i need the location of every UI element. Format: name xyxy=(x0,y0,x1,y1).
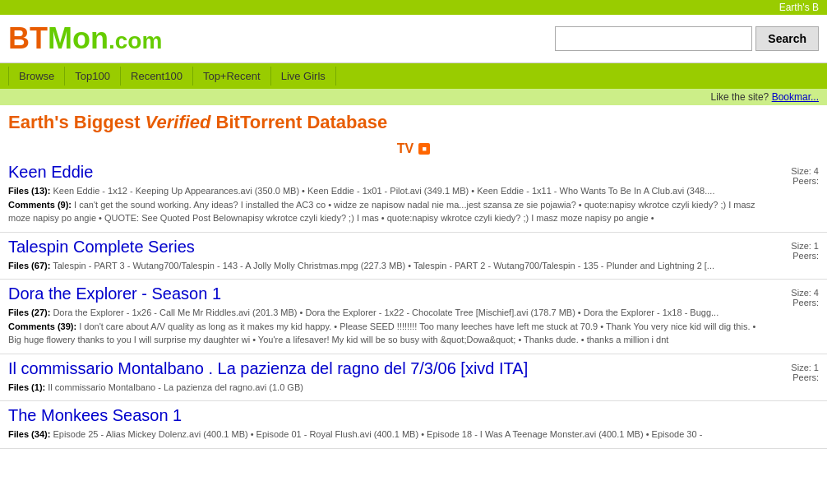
peers-label: Peers: xyxy=(791,298,819,307)
hero-part1: Earth's Biggest xyxy=(8,112,146,132)
hero-part2: BitTorrent Database xyxy=(211,112,388,132)
torrent-meta: Files (67): Talespin - PART 3 - Wutang70… xyxy=(8,259,819,273)
torrent-side: Size: 4 Peers: xyxy=(791,288,819,307)
table-row: Keen Eddie Size: 4 Peers: Files (13): Ke… xyxy=(0,158,827,233)
nav-livegirls[interactable]: Live Girls xyxy=(271,67,336,86)
torrent-meta: Files (27): Dora the Explorer - 1x26 - C… xyxy=(8,306,819,347)
bookmark-link[interactable]: Bookmar... xyxy=(772,91,819,103)
torrent-meta: Files (13): Keen Eddie - 1x12 - Keeping … xyxy=(8,184,819,225)
torrent-title[interactable]: Talespin Complete Series xyxy=(8,238,819,257)
search-input[interactable] xyxy=(555,26,752,51)
size-label: Size: 4 xyxy=(791,166,819,176)
nav-top100[interactable]: Top100 xyxy=(65,67,121,86)
comments-label: Comments (9): xyxy=(8,200,72,210)
size-label: Size: 4 xyxy=(791,288,819,298)
files-text: Il commissario Montalbano - La pazienza … xyxy=(48,382,303,392)
table-row: Talespin Complete Series Size: 1 Peers: … xyxy=(0,233,827,280)
comments-text: I don't care about A/V quality as long a… xyxy=(8,321,755,345)
peers-label: Peers: xyxy=(791,372,819,382)
table-row: Dora the Explorer - Season 1 Size: 4 Pee… xyxy=(0,280,827,354)
torrent-side: Size: 4 Peers: xyxy=(791,166,819,186)
search-button[interactable]: Search xyxy=(755,26,819,51)
files-text: Talespin - PART 3 - Wutang700/Talespin -… xyxy=(53,261,714,270)
files-label: Files (13): xyxy=(8,186,50,196)
torrent-title[interactable]: Keen Eddie xyxy=(8,163,819,182)
torrent-title[interactable]: The Monkees Season 1 xyxy=(8,406,819,425)
logo: BTMon.com xyxy=(8,21,162,56)
top-banner: Earth's B xyxy=(0,0,827,15)
section-tv-label: TV xyxy=(397,141,414,156)
torrent-meta: Files (1): Il commissario Montalbano - L… xyxy=(8,381,819,395)
logo-com: .com xyxy=(109,28,162,53)
comments-label: Comments (39): xyxy=(8,321,76,331)
files-label: Files (34): xyxy=(8,429,50,439)
hero: Earth's Biggest Verified BitTorrent Data… xyxy=(0,105,827,136)
files-label: Files (67): xyxy=(8,261,50,270)
peers-label: Peers: xyxy=(791,176,819,186)
torrent-title[interactable]: Dora the Explorer - Season 1 xyxy=(8,284,819,303)
files-text: Dora the Explorer - 1x26 - Call Me Mr Ri… xyxy=(53,307,718,317)
like-text: Like the site? xyxy=(711,91,769,103)
hero-verified: Verified xyxy=(146,112,211,132)
comments-text: I can't get the sound working. Any ideas… xyxy=(8,200,755,224)
torrent-list: Keen Eddie Size: 4 Peers: Files (13): Ke… xyxy=(0,158,827,449)
nav-recent100[interactable]: Recent100 xyxy=(121,67,193,86)
torrent-side: Size: 1 Peers: xyxy=(791,241,819,261)
size-label: Size: 1 xyxy=(791,363,819,372)
rss-icon[interactable]: ■ xyxy=(418,143,430,155)
section-heading: TV ■ xyxy=(0,136,827,158)
nav-toprecent[interactable]: Top+Recent xyxy=(193,67,271,86)
table-row: Il commissario Montalbano . La pazienza … xyxy=(0,354,827,402)
hero-title: Earth's Biggest Verified BitTorrent Data… xyxy=(8,112,819,133)
torrent-side: Size: 1 Peers: xyxy=(791,363,819,382)
torrent-meta: Files (34): Episode 25 - Alias Mickey Do… xyxy=(8,428,819,442)
torrent-title[interactable]: Il commissario Montalbano . La pazienza … xyxy=(8,359,819,378)
files-text: Keen Eddie - 1x12 - Keeping Up Appearanc… xyxy=(53,186,714,196)
top-banner-text: Earth's B xyxy=(779,2,819,13)
logo-mon: Mon xyxy=(48,21,109,55)
size-label: Size: 1 xyxy=(791,241,819,251)
files-text: Episode 25 - Alias Mickey Dolenz.avi (40… xyxy=(53,429,702,439)
table-row: The Monkees Season 1 Files (34): Episode… xyxy=(0,401,827,449)
files-label: Files (1): xyxy=(8,382,45,392)
header: BTMon.com Search xyxy=(0,15,827,63)
search-area: Search xyxy=(555,26,819,51)
navbar: Browse Top100 Recent100 Top+Recent Live … xyxy=(0,63,827,89)
peers-label: Peers: xyxy=(791,251,819,261)
logo-bt: BT xyxy=(8,21,48,55)
nav-browse[interactable]: Browse xyxy=(8,67,65,86)
like-bar: Like the site? Bookmar... xyxy=(0,89,827,105)
files-label: Files (27): xyxy=(8,307,50,317)
